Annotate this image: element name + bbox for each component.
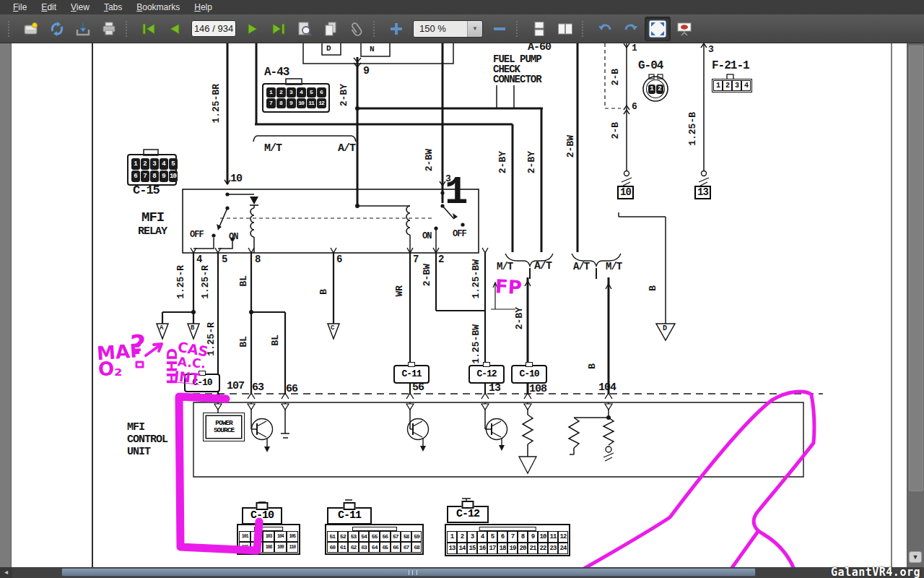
page-number-field[interactable]: 146 / 934 (191, 20, 236, 37)
open-button[interactable] (19, 17, 43, 40)
menu-file[interactable]: File (6, 1, 34, 14)
tool-bar: 146 / 934 150 % ▼ (0, 14, 924, 43)
print-button[interactable] (97, 17, 121, 40)
menu-bar: File Edit View Tabs Bookmarks Help (0, 0, 924, 14)
horizontal-scrollbar-thumb[interactable] (61, 568, 756, 577)
menu-bookmarks[interactable]: Bookmarks (129, 1, 187, 14)
stacked-pages-icon (531, 20, 548, 38)
minus-icon (491, 20, 508, 38)
attach-button[interactable] (344, 17, 369, 40)
go-first-button[interactable] (136, 17, 161, 40)
document-page (12, 43, 907, 567)
fullscreen-button[interactable] (645, 17, 671, 41)
toolbar-grip[interactable] (516, 21, 523, 37)
magnifier-button[interactable] (292, 17, 317, 40)
thumb-grip (409, 570, 417, 575)
yellow-dot-icon (32, 22, 38, 27)
vertical-scrollbar-thumb[interactable] (909, 46, 923, 491)
rotate-left-button[interactable] (593, 17, 617, 40)
chevron-down-icon[interactable]: ▼ (467, 21, 482, 37)
save-button[interactable] (71, 17, 95, 40)
zoom-level-select[interactable]: 150 % ▼ (413, 20, 483, 38)
paperclip-icon (348, 20, 365, 38)
go-next-button[interactable] (240, 17, 265, 40)
pdf-viewer-window: A-43 A-60 FUEL PUMP CHECK CONNECTOR G-04… (0, 0, 924, 578)
vertical-scrollbar[interactable]: ▼ (907, 43, 924, 567)
scroll-left-button[interactable]: ◂ (0, 567, 12, 578)
first-page-icon (140, 20, 157, 38)
copy-button[interactable] (318, 17, 343, 40)
menu-tabs[interactable]: Tabs (97, 1, 129, 14)
menu-help[interactable]: Help (187, 1, 219, 14)
last-page-icon (270, 20, 287, 38)
toolbar-grip[interactable] (582, 21, 588, 37)
rotate-cw-icon (622, 20, 640, 38)
plus-icon (388, 20, 405, 38)
two-pages-icon (322, 20, 339, 38)
refresh-icon (48, 20, 66, 38)
single-page-layout-button[interactable] (527, 17, 552, 40)
rotate-ccw-icon (596, 20, 614, 38)
zoom-in-button[interactable] (384, 17, 409, 40)
go-previous-button[interactable] (162, 17, 187, 40)
side-pages-icon (557, 20, 574, 38)
fullscreen-icon (648, 20, 667, 38)
horizontal-scrollbar[interactable]: ◂ (0, 567, 924, 578)
printer-icon (100, 20, 118, 38)
left-gutter (0, 43, 12, 567)
scroll-down-button[interactable]: ▼ (909, 551, 922, 563)
handwritten-o2: O₂ (98, 360, 123, 379)
menu-edit[interactable]: Edit (34, 1, 64, 14)
previous-page-icon (166, 20, 183, 38)
toolbar-grip[interactable] (126, 21, 132, 37)
projection-screen-icon (676, 20, 693, 38)
go-last-button[interactable] (266, 17, 291, 40)
toolbar-grip[interactable] (8, 21, 14, 37)
presentation-button[interactable] (672, 17, 697, 40)
zoom-value: 150 % (414, 21, 467, 37)
next-page-icon (244, 20, 261, 38)
facing-pages-layout-button[interactable] (553, 17, 578, 40)
menu-view[interactable]: View (64, 1, 97, 14)
handwritten-question-mark: ? (130, 331, 146, 358)
zoom-out-button[interactable] (487, 17, 512, 40)
save-icon (74, 20, 92, 38)
handwritten-fp: FP (494, 277, 522, 297)
site-watermark: GalantVR4.org (831, 566, 920, 578)
toolbar-grip[interactable] (373, 21, 380, 37)
rotate-right-button[interactable] (619, 17, 643, 40)
handwritten-int: INT (173, 369, 201, 386)
page-magnifier-icon (296, 20, 313, 38)
refresh-button[interactable] (45, 17, 69, 40)
